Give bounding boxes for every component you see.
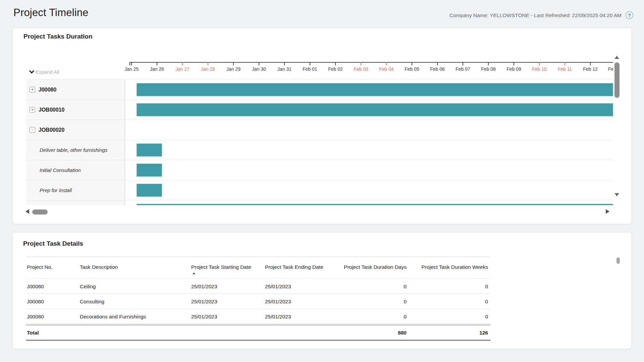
expand-all-label: Expand All — [36, 69, 59, 75]
table-total-row: Total880126 — [26, 324, 490, 341]
axis-tick — [386, 62, 387, 65]
details-table: Project No.Task DescriptionProject Task … — [26, 257, 490, 341]
total-duration-days: 880 — [339, 324, 407, 340]
axis-tick — [539, 62, 540, 65]
axis-date-label: Feb 05 — [405, 66, 419, 72]
gantt-row-label: Initial Consultation — [40, 167, 81, 173]
table-cell: J00080 — [27, 294, 77, 309]
table-cell: 25/01/2023 — [191, 309, 265, 324]
axis-date-label: Feb 10 — [532, 66, 547, 72]
report-header-right: Company Name: YELLOWSTONE - Last Refresh… — [449, 11, 633, 19]
gantt-card-title: Project Tasks Duration — [23, 33, 93, 40]
column-header[interactable]: Task Description — [80, 257, 187, 279]
table-cell: 0 — [421, 294, 488, 309]
axis-date-label: Feb 01 — [303, 66, 317, 72]
table-scrollbar-thumb[interactable] — [616, 257, 620, 264]
axis-date-label: Jan 30 — [252, 66, 266, 72]
table-cell: 25/01/2023 — [265, 294, 339, 309]
expand-icon[interactable]: + — [30, 107, 35, 113]
gantt-task-row: Prep for install — [26, 180, 125, 200]
gantt-row-label: J00080 — [39, 87, 56, 93]
axis-date-label: Fe — [608, 66, 613, 72]
gantt-task-row: Deliver table, other furnishings — [26, 140, 125, 160]
axis-tick — [361, 62, 361, 65]
total-duration-weeks: 126 — [421, 324, 488, 340]
axis-date-label: Feb 08 — [481, 66, 496, 72]
scroll-right-icon[interactable] — [606, 209, 609, 214]
chevron-down-icon — [29, 70, 35, 74]
axis-date-label: Jan 26 — [150, 66, 164, 72]
gantt-bar[interactable] — [137, 103, 613, 116]
axis-tick — [157, 62, 157, 65]
axis-date-label: Jan 31 — [277, 66, 291, 72]
gantt-chart-row — [125, 80, 613, 100]
scroll-left-icon[interactable] — [25, 209, 29, 214]
gantt-row-label: Prep for install — [40, 187, 72, 193]
gantt-bar[interactable] — [137, 143, 162, 157]
table-cell: J00080 — [27, 309, 77, 324]
axis-tick — [514, 62, 514, 65]
page-title: Project Timeline — [13, 7, 89, 19]
total-label: Total — [27, 324, 77, 340]
axis-tick — [412, 62, 412, 65]
gantt-group-row: +J00080 — [26, 80, 125, 100]
gantt-bar[interactable] — [137, 184, 162, 197]
vertical-scrollbar-thumb[interactable] — [614, 62, 620, 98]
gantt-row-label: JOB00020 — [39, 127, 64, 133]
gantt-bar[interactable] — [137, 204, 613, 205]
gantt-rows — [125, 79, 613, 205]
details-card-title: Project Task Details — [23, 240, 83, 247]
table-row[interactable]: J00080Decorations and Furnishings25/01/2… — [26, 309, 490, 324]
table-cell: 0 — [421, 279, 488, 294]
sort-ascending-icon — [193, 273, 195, 274]
axis-date-label: Feb 09 — [506, 66, 521, 72]
gantt-task-row: Initial Consultation — [26, 160, 125, 180]
report-page: Project Timeline Company Name: YELLOWSTO… — [0, 0, 644, 362]
table-row[interactable]: J00080Consulting25/01/202325/01/202300 — [26, 294, 490, 309]
table-cell: J00080 — [27, 279, 77, 294]
expand-all-button[interactable]: Expand All — [29, 69, 59, 75]
axis-tick — [233, 62, 234, 65]
gantt-axis — [129, 62, 613, 63]
table-row[interactable]: J00080Ceiling25/01/202325/01/202300 — [26, 279, 490, 294]
table-cell: Ceiling — [80, 279, 187, 294]
gantt-bar[interactable] — [137, 83, 613, 96]
gantt-group-row: -JOB00020 — [26, 120, 125, 140]
scroll-up-icon[interactable] — [614, 56, 619, 59]
company-info-text: Company Name: YELLOWSTONE - Last Refresh… — [449, 12, 622, 18]
table-cell: Consulting — [80, 294, 187, 309]
axis-tick — [284, 62, 285, 65]
axis-tick — [437, 62, 438, 65]
axis-tick — [463, 62, 463, 65]
axis-tick — [590, 62, 591, 65]
axis-date-label: Feb 11 — [558, 66, 572, 72]
gantt-chart-area: Jan 25Jan 26Jan 27Jan 28Jan 29Jan 30Jan … — [125, 47, 613, 205]
table-cell: 25/01/2023 — [265, 309, 339, 324]
column-header[interactable]: Project Task Starting Date — [191, 257, 265, 279]
gantt-bar[interactable] — [137, 164, 162, 177]
gantt-chart-row — [125, 120, 613, 140]
table-cell: 25/01/2023 — [191, 294, 265, 309]
column-header[interactable]: Project Task Duration Weeks — [421, 257, 488, 279]
axis-tick — [310, 62, 310, 65]
help-icon[interactable]: ? — [626, 11, 633, 19]
axis-tick — [259, 62, 259, 65]
gantt-chart-row — [125, 160, 613, 180]
axis-tick — [335, 62, 336, 65]
horizontal-scrollbar-thumb[interactable] — [32, 209, 48, 215]
column-header[interactable]: Project No. — [27, 257, 77, 279]
axis-date-label: Feb 12 — [583, 66, 598, 72]
table-cell: 25/01/2023 — [265, 279, 339, 294]
column-header[interactable]: Project Task Ending Date — [265, 257, 339, 279]
column-header[interactable]: Project Task Duration Days — [339, 257, 407, 279]
table-cell: 0 — [339, 279, 407, 294]
gantt-task-list: +J00080+JOB00010-JOB00020Deliver table, … — [26, 79, 125, 205]
axis-date-label: Jan 27 — [175, 66, 190, 72]
gantt-chart-row — [125, 140, 613, 160]
axis-date-label: Feb 02 — [328, 66, 343, 72]
scroll-down-icon[interactable] — [614, 193, 619, 196]
table-cell: 0 — [339, 309, 407, 324]
expand-icon[interactable]: + — [30, 87, 35, 93]
collapse-icon[interactable]: - — [30, 127, 35, 133]
axis-tick — [488, 62, 489, 65]
